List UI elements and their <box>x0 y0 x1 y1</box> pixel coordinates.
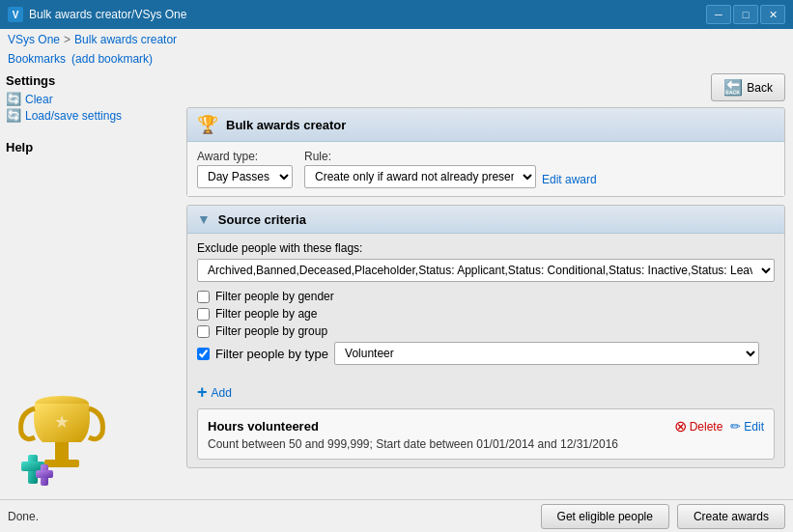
criteria-item-header: Hours volunteered ⊗ Delete ✏ Edit <box>208 417 764 435</box>
flags-select[interactable]: Archived,Banned,Deceased,Placeholder,Sta… <box>197 259 775 282</box>
svg-text:V: V <box>13 10 19 20</box>
help-title: Help <box>6 140 173 154</box>
filter-type-checkbox[interactable] <box>197 348 210 360</box>
award-type-group: Award type: Day PassesCertificateBadgeRe… <box>197 150 293 188</box>
back-icon: 🔙 <box>723 78 743 97</box>
award-type-select[interactable]: Day PassesCertificateBadgeRecognition <box>197 165 293 188</box>
volunteer-type-select[interactable]: VolunteerStaffMemberDonor <box>334 342 759 365</box>
back-button-row: 🔙 Back <box>186 73 785 101</box>
rule-select[interactable]: Create only if award not already present… <box>304 165 536 188</box>
load-save-label: Load/save settings <box>25 109 122 123</box>
settings-title: Settings <box>6 73 173 88</box>
load-save-item[interactable]: 🔄 Load/save settings <box>6 108 173 123</box>
rule-label: Rule: <box>304 150 597 163</box>
sidebar: Settings 🔄 Clear 🔄 Load/save settings He… <box>0 68 179 499</box>
award-panel-header: 🏆 Bulk awards creator <box>187 108 784 142</box>
filter-age-label: Filter people by age <box>215 307 317 321</box>
filter-gender-row: Filter people by gender <box>197 290 775 303</box>
load-save-icon: 🔄 <box>6 108 21 123</box>
breadcrumb-separator: > <box>64 33 71 46</box>
award-panel-title: Bulk awards creator <box>226 118 346 132</box>
filter-type-label: Filter people by type <box>215 347 328 361</box>
minimize-button[interactable]: ─ <box>706 5 731 24</box>
filter-gender-label: Filter people by gender <box>215 290 334 303</box>
filter-icon: ▼ <box>197 211 211 227</box>
filter-group-checkbox[interactable] <box>197 325 210 338</box>
window-controls: ─ □ ✕ <box>706 5 785 24</box>
bookmarks-link[interactable]: Bookmarks <box>8 52 66 66</box>
filter-group-row: Filter people by group <box>197 324 775 338</box>
content-area: 🔙 Back 🏆 Bulk awards creator Award type:… <box>179 68 793 499</box>
award-type-row: Award type: Day PassesCertificateBadgeRe… <box>187 142 784 196</box>
clear-label: Clear <box>25 93 53 106</box>
filter-type-row: Filter people by type VolunteerStaffMemb… <box>197 342 775 365</box>
criteria-item-description: Count between 50 and 999,999; Start date… <box>208 437 764 451</box>
trophy-area: ★ <box>6 372 173 493</box>
main-layout: Settings 🔄 Clear 🔄 Load/save settings He… <box>0 68 793 499</box>
get-eligible-button[interactable]: Get eligible people <box>541 504 669 529</box>
clear-icon: 🔄 <box>6 92 21 106</box>
source-criteria-header: ▼ Source criteria <box>187 206 784 234</box>
rule-select-row: Create only if award not already present… <box>304 165 597 188</box>
trophy-icon: 🏆 <box>197 114 218 135</box>
exclude-label: Exclude people with these flags: <box>197 241 775 255</box>
add-icon: + <box>197 382 208 403</box>
award-panel: 🏆 Bulk awards creator Award type: Day Pa… <box>186 107 785 197</box>
rule-group: Rule: Create only if award not already p… <box>304 150 597 188</box>
create-awards-button[interactable]: Create awards <box>677 504 785 529</box>
add-row[interactable]: + Add <box>187 377 784 408</box>
svg-text:★: ★ <box>54 412 70 432</box>
vsys-one-link[interactable]: VSys One <box>8 33 60 46</box>
source-criteria-title: Source criteria <box>218 212 306 227</box>
status-text: Done. <box>8 510 39 523</box>
filter-group-label: Filter people by group <box>215 324 327 338</box>
bulk-awards-creator-link[interactable]: Bulk awards creator <box>74 33 177 46</box>
source-criteria-panel: ▼ Source criteria Exclude people with th… <box>186 205 785 468</box>
criteria-item-title: Hours volunteered <box>208 419 319 434</box>
pencil-icon: ✏ <box>730 419 741 434</box>
filter-age-row: Filter people by age <box>197 307 775 321</box>
clear-item[interactable]: 🔄 Clear <box>6 92 173 106</box>
edit-award-link[interactable]: Edit award <box>542 173 597 186</box>
edit-criteria-button[interactable]: ✏ Edit <box>730 419 764 434</box>
back-label: Back <box>747 81 773 95</box>
app-icon: V <box>8 7 23 22</box>
delete-icon: ⊗ <box>674 417 687 435</box>
menu-bar: VSys One > Bulk awards creator <box>0 29 793 50</box>
bookmarks-bar: Bookmarks (add bookmark) <box>0 50 793 68</box>
action-buttons: Get eligible people Create awards <box>541 504 785 529</box>
status-bar: Done. Get eligible people Create awards <box>0 499 793 532</box>
maximize-button[interactable]: □ <box>733 5 758 24</box>
source-criteria-body: Exclude people with these flags: Archive… <box>187 234 784 377</box>
svg-rect-3 <box>55 442 69 460</box>
trophy-image: ★ <box>14 379 110 486</box>
filter-age-checkbox[interactable] <box>197 308 210 321</box>
edit-criteria-label: Edit <box>744 420 764 434</box>
delete-button[interactable]: ⊗ Delete <box>674 417 723 435</box>
title-bar: V Bulk awards creator/VSys One ─ □ ✕ <box>0 0 793 29</box>
svg-rect-4 <box>44 460 79 467</box>
close-button[interactable]: ✕ <box>760 5 785 24</box>
award-type-label: Award type: <box>197 150 293 163</box>
add-label: Add <box>212 386 232 400</box>
back-button[interactable]: 🔙 Back <box>711 73 785 101</box>
criteria-item: Hours volunteered ⊗ Delete ✏ Edit Count … <box>197 408 775 460</box>
criteria-actions: ⊗ Delete ✏ Edit <box>674 417 764 435</box>
svg-rect-9 <box>36 470 53 478</box>
window-title: Bulk awards creator/VSys One <box>29 8 706 21</box>
add-bookmark-link[interactable]: (add bookmark) <box>71 52 153 66</box>
help-section: Help <box>6 140 173 158</box>
filter-gender-checkbox[interactable] <box>197 291 210 303</box>
delete-label: Delete <box>690 420 723 434</box>
